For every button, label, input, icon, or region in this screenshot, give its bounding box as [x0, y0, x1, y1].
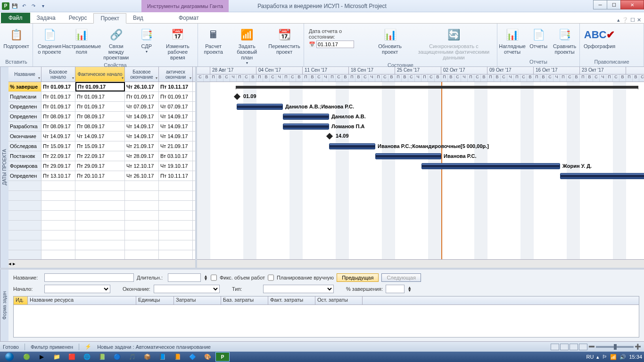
form-pct-input[interactable]	[386, 285, 405, 293]
grid-cell[interactable]: Пт 22.09.17	[75, 151, 125, 161]
grid-cell[interactable]	[8, 181, 41, 190]
grid-cell[interactable]: Вт 03.10.17	[159, 151, 193, 161]
grid-cell[interactable]: Пт 01.09.17	[41, 82, 75, 91]
grid-cell[interactable]	[75, 211, 125, 220]
grid-cell[interactable]: Чт 26.10.17	[125, 82, 159, 91]
view-team-icon[interactable]	[570, 344, 578, 350]
view-resource-icon[interactable]	[579, 344, 587, 350]
tb-app-2[interactable]: ▶	[34, 352, 49, 362]
tb-app-10[interactable]: 📘	[155, 352, 169, 362]
table-row[interactable]: РазработкаПт 08.09.17Пт 08.09.17Чт 14.09…	[8, 122, 195, 132]
grid-cell[interactable]	[125, 221, 159, 230]
grid-cell[interactable]: Чт 14.09.17	[125, 122, 159, 131]
tb-app-3[interactable]: 📁	[50, 352, 64, 362]
col-base-end[interactable]: Базовое окончание▾	[125, 67, 159, 82]
tab-view[interactable]: Вид	[126, 13, 150, 23]
grid-cell[interactable]	[8, 250, 41, 259]
grid-cell[interactable]: Постановк	[8, 151, 41, 161]
help-icon[interactable]: ❔	[622, 17, 628, 23]
grid-cell[interactable]: Формирова	[8, 161, 41, 171]
tray-clock[interactable]: 15:34	[629, 354, 642, 360]
grid-cell[interactable]	[125, 211, 159, 220]
minimize-button[interactable]: ─	[593, 0, 607, 9]
grid-cell[interactable]: Определен	[8, 171, 41, 181]
grid-cell[interactable]: Чт 26.10.17	[125, 171, 159, 181]
grid-cell[interactable]	[41, 201, 75, 210]
tab-task[interactable]: Задача	[30, 13, 62, 23]
grid-cell[interactable]	[125, 191, 159, 200]
grid-cell[interactable]	[41, 240, 75, 250]
grid-cell[interactable]: Чт 14.09.17	[41, 132, 75, 141]
form-name-input[interactable]	[44, 273, 134, 282]
grid-cell[interactable]: Пт 20.10.17	[75, 171, 125, 181]
grid-cell[interactable]: Пт 08.09.17	[75, 112, 125, 121]
col-name[interactable]: Название▾	[8, 67, 41, 82]
grid-cell[interactable]: Чт 14.09.17	[159, 122, 193, 131]
custom-fields-button[interactable]: 📊Настраиваемые поля	[66, 26, 97, 56]
table-row[interactable]	[8, 201, 195, 211]
grid-cell[interactable]: Чт 07.09.17	[125, 102, 159, 111]
grid-cell[interactable]	[8, 201, 41, 210]
grid-cell[interactable]: Пт 10.11.17	[159, 171, 193, 181]
table-row[interactable]: ОкончаниеЧт 14.09.17Чт 14.09.17Чт 14.09.…	[8, 132, 195, 141]
grid-cell[interactable]	[75, 240, 125, 250]
grid-cell[interactable]: Чт 07.09.17	[159, 102, 193, 111]
grid-cell[interactable]	[41, 191, 75, 200]
qat-undo-icon[interactable]: ↶	[20, 2, 28, 10]
gantt-hscroll[interactable]	[197, 259, 644, 268]
grid-cell[interactable]	[41, 230, 75, 240]
grid-cell[interactable]: Чт 28.09.17	[125, 151, 159, 161]
restore-window-icon[interactable]: ☐	[630, 17, 635, 23]
grid-cell[interactable]: Пт 01.09.17	[75, 92, 125, 101]
update-project-button[interactable]: 📊Обновить проект	[369, 26, 411, 56]
grid-cell[interactable]: Чт 19.10.17	[159, 161, 193, 171]
grid-cell[interactable]: Пт 08.09.17	[41, 122, 75, 131]
grid-hscroll[interactable]: ◂ ▸	[8, 259, 195, 268]
grid-cell[interactable]: Чт 14.09.17	[125, 132, 159, 141]
visual-reports-button[interactable]: 📊Наглядные отчеты	[499, 26, 525, 56]
grid-cell[interactable]	[41, 250, 75, 259]
baseline-button[interactable]: 📶Задать базовый план▾	[229, 26, 265, 66]
table-row[interactable]: ОпределенПт 13.10.17Пт 20.10.17Чт 26.10.…	[8, 171, 195, 181]
status-date-input[interactable]	[316, 41, 354, 48]
grid-cell[interactable]	[75, 221, 125, 230]
grid-cell[interactable]: Пт 29.09.17	[41, 161, 75, 171]
grid-cell[interactable]	[8, 230, 41, 240]
zoom-out-icon[interactable]: ➖	[588, 344, 595, 350]
tb-app-1[interactable]: 🟢	[19, 352, 33, 362]
table-row[interactable]: ОбследоваПт 15.09.17Пт 15.09.17Чт 21.09.…	[8, 141, 195, 151]
milestone-marker[interactable]	[234, 93, 240, 100]
prev-button[interactable]: Предыдущая	[337, 273, 379, 282]
task-bar[interactable]: Иванова Р.С.	[375, 153, 441, 159]
ft-col-cost[interactable]: Затраты	[174, 296, 221, 304]
table-row[interactable]: % завершеПт 01.09.17Пт 01.09.17Чт 26.10.…	[8, 82, 195, 92]
grid-cell[interactable]	[159, 191, 193, 200]
grid-cell[interactable]: Определен	[8, 102, 41, 111]
table-row[interactable]	[8, 250, 195, 259]
tb-app-6[interactable]: 📗	[95, 352, 109, 362]
grid-cell[interactable]	[125, 240, 159, 250]
qat-redo-icon[interactable]: ↷	[29, 2, 38, 10]
tb-app-9[interactable]: 📦	[140, 352, 154, 362]
manual-checkbox[interactable]	[268, 273, 274, 282]
tab-resource[interactable]: Ресурс	[62, 13, 94, 23]
zoom-slider[interactable]	[596, 346, 634, 348]
grid-cell[interactable]: Чт 14.09.17	[75, 132, 125, 141]
grid-cell[interactable]	[75, 191, 125, 200]
ft-col-rem[interactable]: Ост. затраты	[315, 296, 363, 304]
grid-cell[interactable]: Пт 08.09.17	[41, 112, 75, 121]
grid-cell[interactable]: Определен	[8, 112, 41, 121]
task-bar[interactable]	[560, 173, 644, 179]
grid-cell[interactable]	[41, 181, 75, 190]
tray-network-icon[interactable]: 📶	[610, 354, 617, 360]
grid-cell[interactable]: Пт 15.09.17	[41, 141, 75, 151]
tray-action-icon[interactable]: 🏳	[602, 354, 607, 360]
spinner-icon[interactable]: ▲▼	[407, 286, 412, 292]
table-row[interactable]: ОпределенПт 01.09.17Пт 01.09.17Чт 07.09.…	[8, 102, 195, 112]
grid-cell[interactable]: Пт 01.09.17	[41, 92, 75, 101]
wbs-button[interactable]: 📑СДР▾	[135, 26, 158, 55]
table-row[interactable]	[8, 191, 195, 201]
grid-cell[interactable]: Пт 01.09.17	[125, 92, 159, 101]
ft-col-id[interactable]: Ид.	[14, 296, 28, 304]
subproject-button[interactable]: 📋 Подпроект	[2, 26, 31, 50]
